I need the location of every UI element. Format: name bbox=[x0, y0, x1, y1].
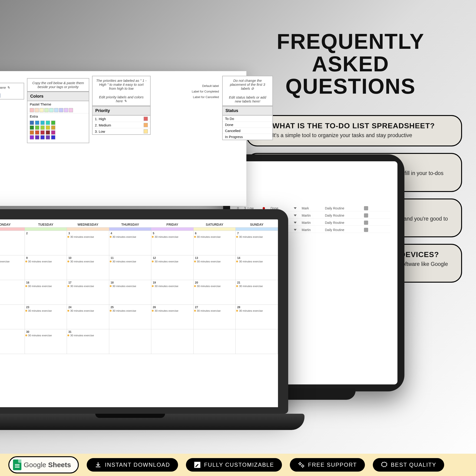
priority-item: 3. Low bbox=[92, 128, 150, 134]
calendar-day-header: TUESDAY bbox=[25, 222, 67, 228]
calendar-event: 30 minutes exercise bbox=[68, 309, 109, 312]
badge-free-support: FREE SUPPORT bbox=[290, 458, 365, 472]
calendar-event: 30 minutes exercise bbox=[110, 260, 151, 263]
calendar-event: 30 minutes exercise bbox=[68, 260, 109, 263]
calendar-day-header: SATURDAY bbox=[193, 222, 236, 228]
calendar-event: 30 minutes exercise bbox=[25, 309, 67, 312]
calendar-cell: 1430 minutes exercise bbox=[236, 255, 278, 280]
calendar-cell: 1930 minutes exercise bbox=[151, 280, 194, 305]
calendar-cell: 2730 minutes exercise bbox=[193, 305, 236, 329]
calendar-cell: 1030 minutes exercise bbox=[67, 255, 109, 280]
calendar-event: 30 minutes exercise bbox=[152, 309, 193, 312]
laptop-mockup: MONDAYTUESDAYWEDNESDAYTHURSDAYFRIDAYSATU… bbox=[0, 209, 288, 430]
priority-note: The priorities are labeled as " 1 - High… bbox=[92, 76, 150, 93]
calendar-cell: 930 minutes exercise bbox=[25, 255, 67, 280]
status-item: To Do bbox=[223, 116, 272, 121]
calendar-event: 30 minutes exercise bbox=[194, 285, 235, 288]
faq-item-0: WHAT IS THE TO-DO LIST SPREADSHEET? It's… bbox=[246, 115, 462, 146]
calendar-cell: 3030 minutes exercise bbox=[25, 329, 67, 354]
calendar-cell: 2330 minutes exercise bbox=[25, 305, 67, 329]
calendar-cell: 15 bbox=[0, 280, 25, 305]
google-sheets-icon bbox=[13, 459, 21, 470]
status-note: Do not change the placement of the first… bbox=[223, 76, 272, 93]
calendar-day-header: WEDNESDAY bbox=[67, 222, 109, 228]
calendar-event: 30 minutes exercise bbox=[68, 285, 109, 288]
svg-point-2 bbox=[302, 465, 304, 467]
calendar-cell: 22 bbox=[0, 305, 25, 329]
priority-item: 2. Medium bbox=[92, 122, 150, 128]
tags-swatches bbox=[0, 92, 24, 99]
priority-edit: Edit priority labels and colors here ✎ bbox=[92, 93, 150, 105]
calendar-cell: 1330 minutes exercise bbox=[193, 255, 236, 280]
colors-note: Copy the cell below & paste them beside … bbox=[27, 79, 89, 91]
calendar: MONDAYTUESDAYWEDNESDAYTHURSDAYFRIDAYSATU… bbox=[0, 222, 278, 354]
calendar-cell: 330 minutes exercise bbox=[67, 231, 109, 255]
extra-swatches bbox=[27, 119, 89, 143]
calendar-event: 30 minutes exercise bbox=[236, 236, 277, 238]
calendar-event: 30 minutes exercise bbox=[194, 260, 235, 263]
calendar-cell: 1830 minutes exercise bbox=[109, 280, 151, 305]
calendar-cell bbox=[236, 329, 278, 354]
calendar-event: 30 minutes exercise bbox=[68, 334, 109, 337]
calendar-cell: 530 minutes exercise bbox=[151, 231, 194, 255]
calendar-event: 30 minutes exercise bbox=[194, 309, 235, 312]
calendar-event: 30 minutes exercise bbox=[152, 260, 193, 263]
priority-heading: Priority bbox=[92, 106, 150, 116]
status-item: In Progress bbox=[223, 134, 272, 140]
calendar-cell: 2830 minutes exercise bbox=[236, 305, 278, 329]
download-icon bbox=[95, 461, 102, 468]
page-title: FREQUENTLY ASKED QUESTIONS bbox=[260, 30, 441, 98]
badge-instant-download: INSTANT DOWNLOAD bbox=[87, 458, 178, 472]
calendar-cell: 630 minutes exercise bbox=[193, 231, 236, 255]
status-item: Cancelled bbox=[223, 128, 272, 134]
calendar-cell: 1730 minutes exercise bbox=[67, 280, 109, 305]
calendar-cell bbox=[151, 329, 194, 354]
calendar-day-header: THURSDAY bbox=[109, 222, 151, 228]
google-sheets-chip: Google Sheets bbox=[8, 456, 79, 474]
calendar-cell: 3130 minutes exercise bbox=[67, 329, 109, 354]
status-row-labels: Default label Label for Completed Label … bbox=[152, 76, 221, 105]
faq-answer: It's a simple tool to organize your task… bbox=[272, 132, 452, 139]
laptop-base bbox=[0, 414, 305, 430]
colors-heading: Colors bbox=[27, 92, 89, 101]
calendar-cell: 1 bbox=[0, 231, 25, 255]
extra-label: Extra bbox=[30, 114, 38, 118]
gear-icon bbox=[298, 461, 305, 468]
status-item: Done bbox=[223, 121, 272, 128]
calendar-cell: 2530 minutes exercise bbox=[109, 305, 151, 329]
settings-sheet-mockup: colors here ✎ Copy the cell below & past… bbox=[0, 71, 246, 206]
status-heading: Status bbox=[223, 106, 272, 116]
calendar-event: 30 minutes exercise bbox=[152, 285, 193, 288]
calendar-event: 30 minutes exercise bbox=[236, 309, 277, 312]
pastel-swatches bbox=[27, 107, 89, 113]
calendar-cell bbox=[193, 329, 236, 354]
calendar-day-header: FRIDAY bbox=[151, 222, 194, 228]
calendar-event: 30 minutes exercise bbox=[25, 260, 67, 263]
calendar-event: 30 minutes exercise bbox=[110, 285, 151, 288]
calendar-event: 30 minutes exercise bbox=[236, 260, 277, 263]
calendar-cell: 730 minutes exercise bbox=[236, 231, 278, 255]
calendar-event: 30 minutes exercise bbox=[68, 236, 109, 238]
svg-point-1 bbox=[299, 463, 301, 465]
calendar-event: 30 minutes exercise bbox=[25, 285, 67, 288]
calendar-event: 30 minutes exercise bbox=[110, 236, 151, 238]
calendar-day-header: SUNDAY bbox=[236, 222, 278, 228]
priority-item: 1. High bbox=[92, 116, 150, 122]
calendar-event: 30 minutes exercise bbox=[25, 334, 67, 337]
calendar-cell: 2 bbox=[25, 231, 67, 255]
badge-fully-customizable: FULLY CUSTOMIZABLE bbox=[186, 458, 282, 472]
calendar-event: 30 minutes exercise bbox=[194, 236, 235, 238]
calendar-cell: 2030 minutes exercise bbox=[193, 280, 236, 305]
feature-bar: Google Sheets INSTANT DOWNLOAD FULLY CUS… bbox=[0, 454, 476, 476]
calendar-cell: 2430 minutes exercise bbox=[67, 305, 109, 329]
laptop-screen: MONDAYTUESDAYWEDNESDAYTHURSDAYFRIDAYSATU… bbox=[0, 209, 288, 414]
calendar-event: 30 minutes exercise bbox=[152, 236, 193, 238]
calendar-cell: 2630 minutes exercise bbox=[151, 305, 194, 329]
calendar-event: 30 minutes exercise bbox=[110, 309, 151, 312]
calendar-event: 30 minutes exercise bbox=[0, 260, 24, 263]
calendar-cell: 2130 minutes exercise bbox=[236, 280, 278, 305]
pencil-icon bbox=[194, 461, 201, 468]
faq-question: WHAT IS THE TO-DO LIST SPREADSHEET? bbox=[272, 121, 452, 130]
calendar-cell: 1630 minutes exercise bbox=[25, 280, 67, 305]
calendar-cell: 29 bbox=[0, 329, 25, 354]
